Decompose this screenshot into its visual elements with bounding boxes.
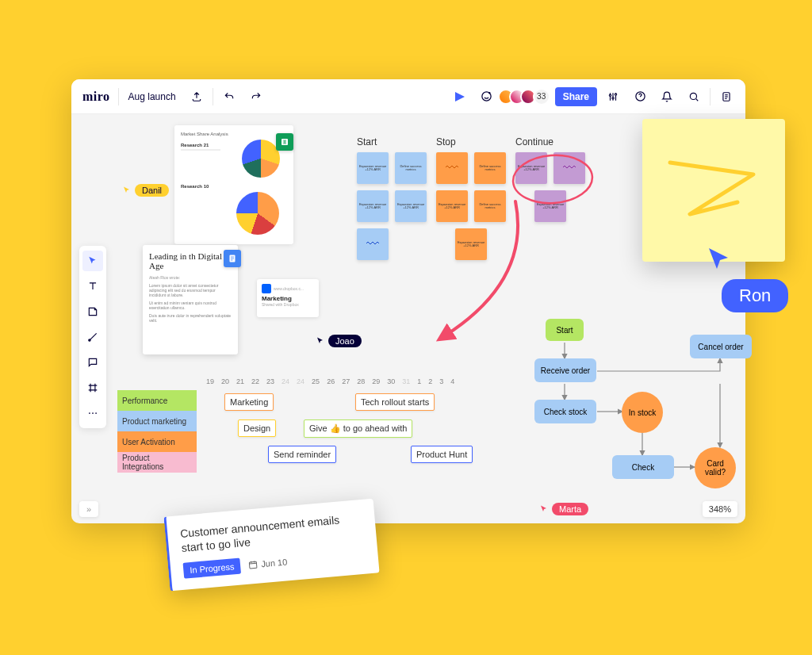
flow-node[interactable]: Receive order <box>534 358 596 382</box>
card-subtitle: Shared with Dropbox <box>262 302 314 307</box>
divider <box>213 88 213 105</box>
due-date[interactable]: Jun 10 <box>248 557 288 570</box>
sticky-note[interactable]: Expansion revenue +12% ARR <box>357 152 389 184</box>
timeline-task[interactable]: Marketing <box>224 393 274 411</box>
timeline-category[interactable]: Product Integrations <box>117 452 197 473</box>
cursor-label: Danil <box>135 184 169 197</box>
board-name[interactable]: Aug launch <box>124 91 181 102</box>
sticky-note-scribble[interactable]: 〰 <box>357 228 389 260</box>
cursor-label: Joao <box>328 335 362 347</box>
doc-heading: Market Share Analysis <box>181 132 228 136</box>
user-cursor-ron <box>706 246 737 278</box>
timeline-task[interactable]: Design <box>238 419 276 437</box>
svg-point-1 <box>609 94 611 96</box>
doc-section: Research 21 <box>181 143 209 147</box>
collapse-panel-icon[interactable]: » <box>79 501 98 517</box>
timeline-category[interactable]: User Activation <box>117 431 197 452</box>
divider <box>710 88 710 105</box>
sticky-scribble <box>642 119 785 262</box>
sheets-icon <box>276 133 293 151</box>
doc-title: Leading in th Digital Age <box>149 251 232 270</box>
dropbox-icon <box>262 284 271 293</box>
undo-icon[interactable] <box>218 86 240 108</box>
sticky-note[interactable]: Expansion revenue +12% ARR <box>357 190 389 222</box>
svg-rect-22 <box>250 562 258 569</box>
timeline-task[interactable]: Tech rollout starts <box>355 393 435 411</box>
sticky-note[interactable]: Define success metrics <box>395 152 427 184</box>
presence-avatars[interactable]: 33 <box>503 88 550 105</box>
column-label: Continue <box>515 136 585 147</box>
card-title: Marketing <box>262 295 314 302</box>
sticky-note-scribble[interactable]: 〰 <box>436 152 468 184</box>
app-logo[interactable]: miro <box>79 90 113 104</box>
document-card[interactable]: Leading in th Digital Age Aleah Rios wro… <box>143 245 238 354</box>
svg-point-3 <box>615 93 616 94</box>
topbar: miro Aug launch 33 Share <box>71 79 745 114</box>
flow-node-start[interactable]: Start <box>546 319 584 341</box>
avatar-more-count[interactable]: 33 <box>533 88 550 105</box>
flow-node[interactable]: Check stock <box>534 400 596 423</box>
notifications-icon[interactable] <box>656 86 678 108</box>
timeline: 19202122232424252627282930311234 Perform… <box>117 377 197 473</box>
redo-icon[interactable] <box>245 86 267 108</box>
presentation-icon[interactable] <box>449 86 471 108</box>
timeline-category[interactable]: Product marketing <box>117 411 197 431</box>
search-icon[interactable] <box>683 86 705 108</box>
timeline-task[interactable]: Send reminder <box>268 446 336 463</box>
timeline-category[interactable]: Performance <box>117 390 197 411</box>
column-label: Stop <box>436 136 506 147</box>
reactions-icon[interactable] <box>476 86 498 108</box>
share-button[interactable]: Share <box>555 87 597 106</box>
timeline-task[interactable]: Product Hunt <box>411 446 473 463</box>
export-icon[interactable] <box>186 86 208 108</box>
calendar-icon <box>248 560 259 570</box>
user-cursor-danil: Danil <box>122 184 169 197</box>
pie-chart-card[interactable]: Market Share Analysis Research 21 Resear… <box>174 125 293 244</box>
user-cursor-joao: Joao <box>316 335 362 347</box>
settings-icon[interactable] <box>602 86 624 108</box>
pie-chart <box>242 140 280 178</box>
column-label: Start <box>357 136 427 147</box>
status-badge[interactable]: In Progress <box>183 558 242 579</box>
notes-icon[interactable] <box>715 86 737 108</box>
card-title: Customer announcement emails start to go… <box>180 511 364 555</box>
doc-section: Research 10 <box>181 184 209 189</box>
help-icon[interactable] <box>629 86 651 108</box>
timeline-task[interactable]: Give 👍 to go ahead with <box>304 419 412 438</box>
date-ruler: 19202122232424252627282930311234 <box>206 377 454 385</box>
doc-author: Aleah Rios wrote: <box>149 275 232 280</box>
flow-node[interactable]: Check <box>612 455 674 479</box>
flow-node[interactable]: Cancel order <box>690 335 752 358</box>
sticky-column-start: Start Expansion revenue +12% ARR Define … <box>357 136 427 266</box>
sticky-note[interactable]: Define success metrics <box>474 152 506 184</box>
cursor-label-ron: Ron <box>722 279 788 312</box>
zoom-level[interactable]: 348% <box>703 501 737 517</box>
flow-node-decision[interactable]: Card valid? <box>695 447 736 488</box>
dropbox-card[interactable]: www.dropbox.c... Marketing Shared with D… <box>257 279 319 317</box>
docs-icon <box>224 250 241 267</box>
flow-node-decision[interactable]: In stock <box>622 392 663 433</box>
svg-point-5 <box>690 93 696 99</box>
large-sticky-note[interactable] <box>642 119 785 262</box>
svg-point-2 <box>612 97 614 98</box>
pie-chart <box>236 192 279 235</box>
divider <box>118 88 119 105</box>
